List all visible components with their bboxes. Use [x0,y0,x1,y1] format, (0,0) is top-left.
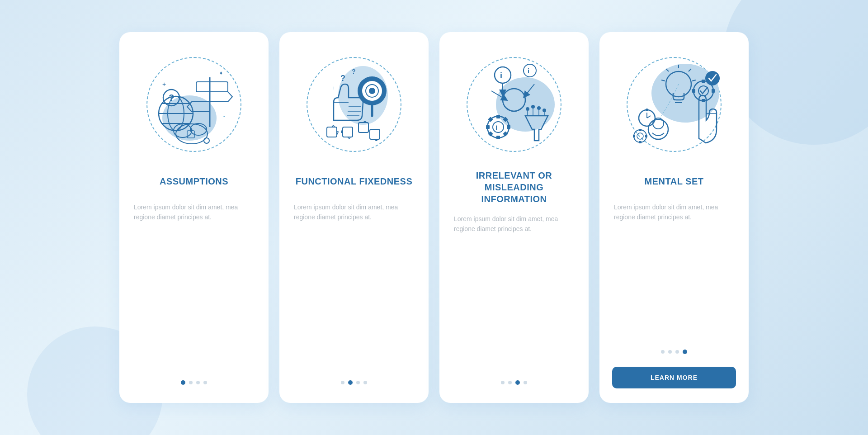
dot-4 [683,350,687,354]
svg-text:•: • [223,114,225,119]
dot-3 [515,380,520,385]
card4-title: MENTAL SET [645,170,704,193]
dot-1 [341,381,344,384]
svg-text:i: i [495,124,497,131]
svg-rect-87 [639,141,642,143]
svg-rect-86 [639,129,642,131]
svg-point-27 [369,88,375,94]
dot-3 [196,381,200,384]
svg-rect-45 [486,125,490,129]
dot-2 [508,381,512,384]
svg-rect-88 [633,135,635,137]
card-functional-fixedness: ? ? + [279,32,429,403]
dot-2 [189,381,193,384]
dot-1 [501,381,505,384]
svg-line-68 [689,69,691,71]
svg-text:+: + [332,85,335,91]
dot-3 [675,350,679,354]
svg-rect-43 [496,115,500,118]
svg-marker-52 [525,116,548,141]
svg-point-83 [646,109,648,111]
svg-point-36 [495,67,511,83]
irrelevant-information-illustration: i i [460,50,568,159]
card1-title: ASSUMPTIONS [160,170,228,193]
svg-marker-9 [210,92,232,102]
dot-4 [363,381,367,384]
svg-point-84 [634,130,646,142]
svg-rect-74 [692,89,695,93]
dot-1 [661,350,665,354]
card1-dots [181,380,207,385]
svg-point-18 [204,138,209,143]
svg-rect-35 [370,129,380,139]
card4-dots [661,350,687,354]
svg-line-69 [692,80,696,81]
svg-text:+: + [162,80,166,88]
svg-text:?: ? [340,74,345,83]
svg-point-57 [537,106,541,110]
mental-set-illustration [620,50,728,159]
svg-rect-44 [496,136,500,139]
card-mental-set: MENTAL SET Lorem ipsum dolor sit dim ame… [599,32,749,403]
svg-point-55 [531,105,535,109]
card3-dots [501,380,527,385]
card3-body: Lorem ipsum dolor sit dim amet, mea regi… [452,214,576,369]
svg-point-38 [524,64,536,77]
dot-2 [668,350,672,354]
dot-2 [348,380,353,385]
svg-point-42 [493,122,504,132]
svg-point-76 [705,71,720,85]
svg-line-66 [666,69,669,71]
svg-rect-8 [196,82,228,92]
svg-line-81 [647,116,651,118]
cards-container: ? + ✦ • ASSUMPTIONS Lorem ipsu [101,14,767,421]
svg-rect-46 [507,125,510,129]
svg-marker-10 [187,102,210,112]
svg-line-67 [661,80,665,81]
svg-text:i: i [528,67,529,75]
card2-body: Lorem ipsum dolor sit dim amet, mea regi… [292,202,416,369]
assumptions-illustration: ? + ✦ • [140,50,248,159]
svg-rect-89 [645,135,647,137]
svg-text:i: i [500,71,502,80]
svg-point-53 [526,107,529,111]
dot-3 [356,381,360,384]
svg-point-59 [542,109,546,112]
functional-fixedness-illustration: ? ? + [300,50,408,159]
svg-rect-72 [702,80,705,83]
card4-body: Lorem ipsum dolor sit dim amet, mea regi… [612,202,736,339]
svg-rect-73 [702,99,705,102]
dot-1 [181,380,185,385]
svg-point-85 [637,133,643,139]
svg-rect-32 [327,127,337,137]
svg-text:✦: ✦ [219,70,223,76]
dot-4 [524,381,527,384]
card1-body: Lorem ipsum dolor sit dim amet, mea regi… [132,202,256,369]
svg-rect-33 [343,127,353,137]
dot-4 [203,381,207,384]
card2-title: FUNCTIONAL FIXEDNESS [296,170,413,193]
card-irrelevant-info: i i [439,32,589,403]
svg-text:?: ? [352,68,356,75]
svg-text:?: ? [169,93,174,103]
learn-more-button[interactable]: LEARN MORE [612,367,736,388]
card3-title: IRRELEVANT OR MISLEADING INFORMATION [452,170,576,205]
card-assumptions: ? + ✦ • ASSUMPTIONS Lorem ipsu [119,32,269,403]
svg-rect-75 [712,89,715,93]
card2-dots [341,380,367,385]
